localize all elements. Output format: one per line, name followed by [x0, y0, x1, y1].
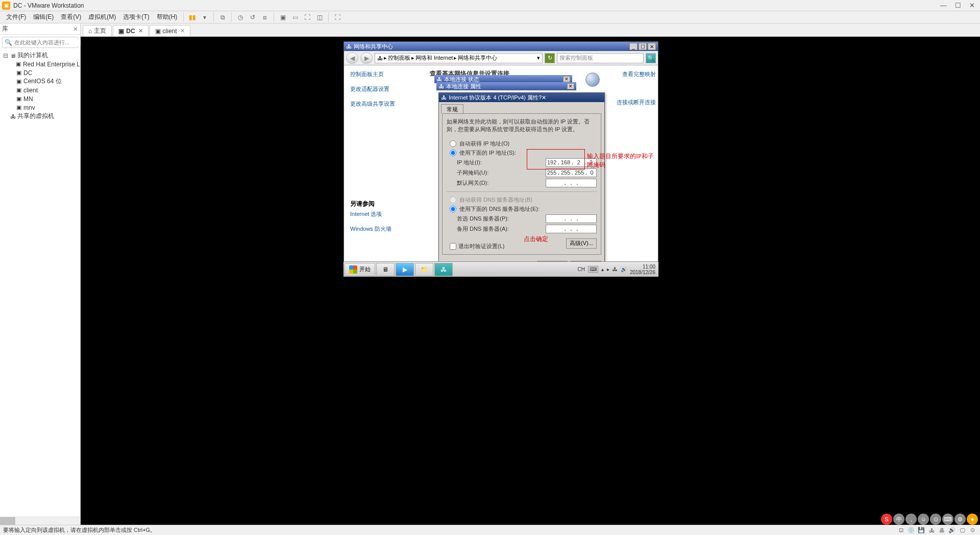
vm-screen[interactable]: 🖧 网络和共享中心 _ ☐ ✕ ◀ ▶ 🖧 ▸控制面板 ▸网络和 Interne…: [81, 37, 980, 525]
ime-smile-icon[interactable]: ☺: [918, 514, 929, 525]
view3-icon[interactable]: ⛶: [302, 12, 313, 22]
radio-use-ip[interactable]: 使用下面的 IP 地址(S):: [450, 149, 597, 157]
manage-icon[interactable]: ⧈: [259, 12, 271, 22]
tree-rhel[interactable]: ▣Red Hat Enterprise L: [0, 60, 80, 68]
tab-general[interactable]: 常规: [441, 104, 463, 113]
link-connect-disconnect[interactable]: 连接或断开连接: [614, 99, 656, 106]
close-button[interactable]: ✕: [563, 76, 570, 82]
view4-icon[interactable]: ◫: [314, 12, 325, 22]
link-change-adapter[interactable]: 更改适配器设置: [350, 85, 420, 93]
ime-kbd-icon[interactable]: ⌨: [942, 514, 953, 525]
search-input[interactable]: [14, 39, 85, 45]
menu-file[interactable]: 文件(F): [3, 12, 29, 22]
clock[interactable]: 11:00 2018/12/26: [630, 264, 655, 275]
radio-use-dns[interactable]: 使用下面的 DNS 服务器地址(E):: [450, 205, 597, 213]
tree-client[interactable]: ▣client: [0, 86, 80, 94]
device-icon[interactable]: 🖵: [958, 526, 967, 534]
tree-shared[interactable]: 🖧共享的虚拟机: [0, 112, 80, 120]
refresh-button[interactable]: ↻: [545, 53, 555, 63]
tab-home[interactable]: ⌂主页: [83, 25, 112, 36]
validate-checkbox[interactable]: 退出时验证设置(L): [450, 242, 504, 250]
link-change-sharing[interactable]: 更改高级共享设置: [350, 100, 420, 108]
modal-titlebar[interactable]: 🖧 Internet 协议版本 4 (TCP/IPv4) 属性 ? ✕: [439, 93, 604, 102]
device-icon[interactable]: 💾: [917, 526, 926, 534]
modal-titlebar[interactable]: 🖧 本地连接 属性 ✕: [436, 82, 576, 90]
device-icon[interactable]: 💿: [906, 526, 916, 534]
tray-icon[interactable]: ▴: [601, 266, 604, 272]
breadcrumb[interactable]: 🖧 ▸控制面板 ▸网络和 Internet ▸网络和共享中心 ▾: [375, 53, 543, 63]
taskbar-explorer-icon[interactable]: 📁: [415, 263, 433, 276]
tree-root[interactable]: ⊟🖥我的计算机: [0, 51, 80, 60]
dns2-input[interactable]: . . .: [546, 225, 597, 233]
gateway-input[interactable]: . . .: [546, 179, 597, 187]
minimize-button[interactable]: _: [629, 43, 638, 50]
device-icon[interactable]: 🔊: [947, 526, 957, 534]
snapshot-icon[interactable]: ⧉: [217, 12, 228, 22]
scrollbar-horizontal[interactable]: [0, 517, 80, 525]
menu-help[interactable]: 帮助(H): [154, 12, 181, 22]
view2-icon[interactable]: ▭: [289, 12, 301, 22]
forward-button[interactable]: ▶: [360, 53, 373, 64]
sidebar-search[interactable]: 🔍 ▾: [2, 37, 78, 48]
menu-edit[interactable]: 编辑(E): [30, 12, 57, 22]
ime-s-icon[interactable]: S: [881, 514, 892, 525]
search-button[interactable]: 🔍: [646, 53, 656, 63]
close-icon[interactable]: ✕: [180, 28, 185, 34]
guest-titlebar[interactable]: 🖧 网络和共享中心 _ ☐ ✕: [344, 42, 658, 51]
revert-icon[interactable]: ↺: [247, 12, 258, 22]
link-control-panel-home[interactable]: 控制面板主页: [350, 70, 420, 78]
search-box[interactable]: 搜索控制面板: [557, 53, 644, 63]
ime-comma-icon[interactable]: ，: [905, 514, 917, 525]
view1-icon[interactable]: ▣: [277, 12, 288, 22]
lang-indicator[interactable]: CH: [577, 266, 584, 272]
start-button[interactable]: 开始: [345, 263, 375, 276]
ime-setting-icon[interactable]: ⚙: [954, 514, 966, 525]
close-button[interactable]: ✕: [567, 83, 574, 89]
guest-left-panel: 控制面板主页 更改适配器设置 更改高级共享设置 另请参阅 Internet 选项…: [344, 65, 426, 276]
menu-tabs[interactable]: 选项卡(T): [120, 12, 152, 22]
tree-dc[interactable]: ▣DC: [0, 68, 80, 77]
subnet-mask-input[interactable]: 255.255.255.0: [546, 168, 597, 177]
close-icon[interactable]: ✕: [73, 26, 78, 33]
network-tray-icon[interactable]: 🖧: [612, 266, 618, 272]
device-icon[interactable]: ⊙: [968, 526, 977, 534]
link-view-full-map[interactable]: 查看完整映射: [614, 70, 656, 78]
ime-icon[interactable]: ⌨: [588, 266, 598, 273]
radio-auto-ip[interactable]: 自动获得 IP 地址(O): [450, 140, 597, 148]
tree-mnv[interactable]: ▣mnv: [0, 103, 80, 112]
tab-client[interactable]: ▣client✕: [150, 25, 190, 36]
clock-icon[interactable]: ◷: [235, 12, 246, 22]
taskbar-network-icon[interactable]: 🖧: [434, 263, 453, 276]
pause-icon[interactable]: ▮▮: [187, 12, 198, 22]
device-icon[interactable]: 🖧: [927, 526, 936, 534]
minimize-button[interactable]: —: [940, 2, 947, 9]
menu-view[interactable]: 查看(V): [58, 12, 84, 22]
taskbar-powershell-icon[interactable]: ▶: [396, 263, 414, 276]
advanced-button[interactable]: 高级(V)...: [566, 238, 597, 249]
menu-vm[interactable]: 虚拟机(M): [85, 12, 119, 22]
ime-circle-icon[interactable]: ⊙: [930, 514, 941, 525]
close-button[interactable]: ✕: [542, 94, 546, 101]
ime-extra-icon[interactable]: ●: [967, 514, 978, 525]
tree-centos[interactable]: ▣CentOS 64 位: [0, 77, 80, 86]
dns1-input[interactable]: . . .: [546, 214, 597, 223]
maximize-button[interactable]: ☐: [639, 43, 647, 50]
fullscreen-icon[interactable]: ⛶: [332, 12, 343, 22]
dropdown-icon[interactable]: ▾: [199, 12, 210, 22]
volume-icon[interactable]: 🔊: [621, 266, 627, 272]
link-internet-options[interactable]: Internet 选项: [350, 210, 391, 218]
tab-dc[interactable]: ▣DC✕: [113, 25, 148, 36]
close-button[interactable]: ✕: [648, 43, 656, 50]
link-windows-firewall[interactable]: Windows 防火墙: [350, 225, 391, 233]
taskbar-server-icon[interactable]: 🖥: [376, 263, 395, 276]
flag-icon[interactable]: ▸: [607, 266, 609, 272]
close-icon[interactable]: ✕: [138, 28, 143, 34]
device-icon[interactable]: 🖶: [937, 526, 946, 534]
tree-mn[interactable]: ▣MN: [0, 94, 80, 103]
description-text: 如果网络支持此功能，则可以获取自动指派的 IP 设置。否则，您需要从网络系统管理…: [447, 118, 597, 134]
close-button[interactable]: ✕: [969, 2, 975, 9]
device-icon[interactable]: ⊡: [896, 526, 905, 534]
back-button[interactable]: ◀: [346, 53, 358, 64]
ime-zh-icon[interactable]: 中: [893, 514, 904, 525]
maximize-button[interactable]: ☐: [955, 2, 961, 9]
